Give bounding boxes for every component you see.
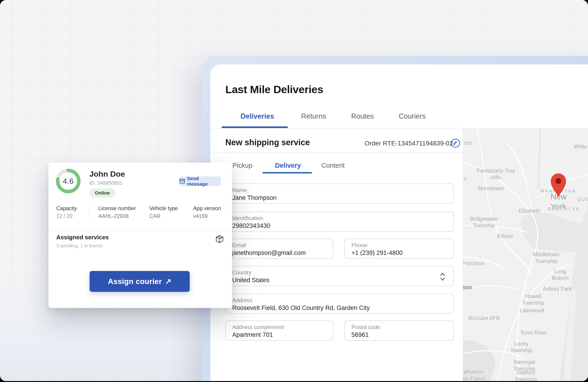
map-label: McGuire AFB [468, 315, 500, 322]
map-label: QUEE [577, 197, 588, 202]
package-icon [214, 234, 225, 245]
section-divider [210, 152, 463, 153]
tab-routes[interactable]: Routes [351, 112, 374, 120]
chevron-up-down-icon [440, 272, 445, 281]
map-label: Asbury Park [543, 286, 571, 292]
address-complement-value: Apartment 701 [232, 331, 273, 338]
page-title: Last Mile Deliveries [225, 83, 323, 96]
map-label: Princeton [463, 260, 485, 267]
pencil-icon [450, 138, 461, 148]
arrow-up-right-icon: ↗ [165, 277, 171, 286]
map-label: Howell Township [522, 293, 544, 306]
map-label: Stafford Township [515, 369, 537, 381]
identification-field[interactable]: Identification 29802343430 [225, 211, 454, 232]
map-label: Lakewood [520, 307, 544, 314]
postal-code-label: Postal code [351, 324, 380, 330]
address-complement-field[interactable]: Address complement Apartment 701 [225, 321, 333, 341]
map[interactable]: tonWhiteParsippany-Troy HillsMorristownM… [463, 129, 588, 381]
country-select-label: Country [232, 269, 252, 276]
assigned-services-title: Assigned services [56, 234, 109, 241]
identification-field-value: 29802343430 [232, 222, 270, 229]
capacity-label: Capacity [56, 205, 77, 211]
address-field-label: Address [232, 297, 252, 304]
phone-field[interactable]: Phone +1 (239) 291-4800 [345, 239, 454, 259]
card-divider [48, 230, 232, 231]
map-label: Middletown Township [533, 251, 560, 265]
capacity-value: 12 / 20 [56, 213, 72, 219]
map-label: ton [463, 284, 472, 291]
active-tab-underline [222, 126, 288, 128]
postal-code-field[interactable]: Postal code 56961 [345, 321, 454, 341]
address-complement-label: Address complement [232, 324, 284, 330]
map-label: Morristown [478, 185, 504, 192]
country-select-value: United States [232, 277, 270, 284]
status-badge: Online [89, 188, 115, 197]
subtab-pickup[interactable]: Pickup [232, 162, 252, 169]
map-label: Long Branch [546, 268, 574, 282]
name-field-value: Jane Thompson [232, 194, 276, 201]
map-label: Elizabeth [519, 208, 541, 214]
courier-id: ID. 348950831 [89, 180, 123, 186]
map-label: n [464, 175, 467, 182]
stats-divider [89, 205, 89, 219]
map-label: White [574, 143, 587, 150]
courier-rating: 4.6 [54, 167, 82, 195]
email-field-value: janethompson@gmail.com [232, 249, 306, 256]
subtab-delivery[interactable]: Delivery [275, 162, 301, 169]
email-field[interactable]: Email janethompson@gmail.com [225, 239, 333, 259]
vehicle-type-value: CAR [149, 213, 161, 219]
subtab-content[interactable]: Content [321, 162, 345, 169]
phone-field-value: +1 (239) 291-4800 [351, 249, 403, 256]
map-label: Bridgewater Township [470, 216, 498, 229]
map-label: Parsippany-Troy Hills [477, 168, 515, 181]
rating-ring: 4.6 [54, 167, 82, 195]
app-version-label: App version [193, 205, 221, 211]
active-subtab-underline [263, 172, 312, 173]
send-message-button[interactable]: Send message [179, 176, 221, 186]
map-label: ton [464, 140, 472, 146]
identification-field-label: Identification [232, 215, 263, 221]
tab-couriers[interactable]: Couriers [399, 112, 426, 120]
map-label: BROOKLYN [548, 206, 580, 212]
envelope-icon [179, 179, 185, 184]
order-number: Order RTE-1345471194839-02 [364, 140, 453, 147]
name-field[interactable]: Name Jane Thompson [225, 184, 454, 204]
section-title: New shipping service [225, 138, 310, 147]
map-label: Wharton ate Forest [463, 369, 485, 381]
email-field-label: Email [232, 242, 246, 248]
address-field[interactable]: Address Roosevelt Field, 630 Old Country… [225, 294, 454, 314]
postal-code-value: 56961 [351, 331, 369, 338]
map-label: Edison [497, 233, 513, 240]
address-field-value: Roosevelt Field, 630 Old Country Rd, Gar… [232, 305, 370, 312]
phone-field-label: Phone [351, 242, 367, 248]
map-label: Lacey Township [510, 341, 532, 354]
tab-deliveries[interactable]: Deliveries [240, 112, 274, 120]
app-screen: Last Mile Deliveries Deliveries Returns … [0, 0, 588, 381]
tab-returns[interactable]: Returns [301, 112, 326, 120]
map-label: Toms River [520, 329, 547, 336]
tabs-divider [210, 128, 463, 129]
assign-courier-label: Assign courier [108, 277, 162, 286]
edit-order-button[interactable] [450, 138, 461, 148]
courier-name: John Doe [89, 170, 125, 178]
country-select[interactable]: Country United States [225, 266, 454, 286]
assign-courier-button[interactable]: Assign courier ↗ [90, 271, 190, 292]
license-number-value: AAHL-22938 [98, 213, 129, 219]
vehicle-type-label: Vehicle type [149, 205, 178, 211]
assigned-services-subtitle: 3 pending, 1 in transit [56, 243, 103, 248]
app-version-value: v4169 [193, 213, 208, 219]
map-pin[interactable] [548, 172, 569, 199]
send-message-label: Send message [187, 176, 221, 187]
name-field-label: Name [232, 187, 247, 193]
courier-card: 4.6 John Doe ID. 348950831 Online Send m… [48, 163, 232, 308]
license-number-label: License number [98, 205, 136, 211]
